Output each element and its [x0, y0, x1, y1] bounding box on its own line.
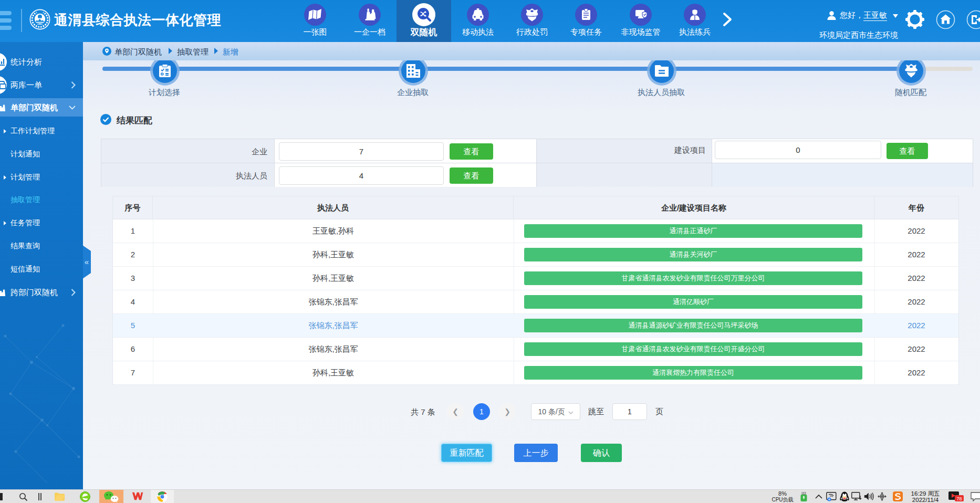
svg-text:78: 78	[956, 496, 962, 501]
